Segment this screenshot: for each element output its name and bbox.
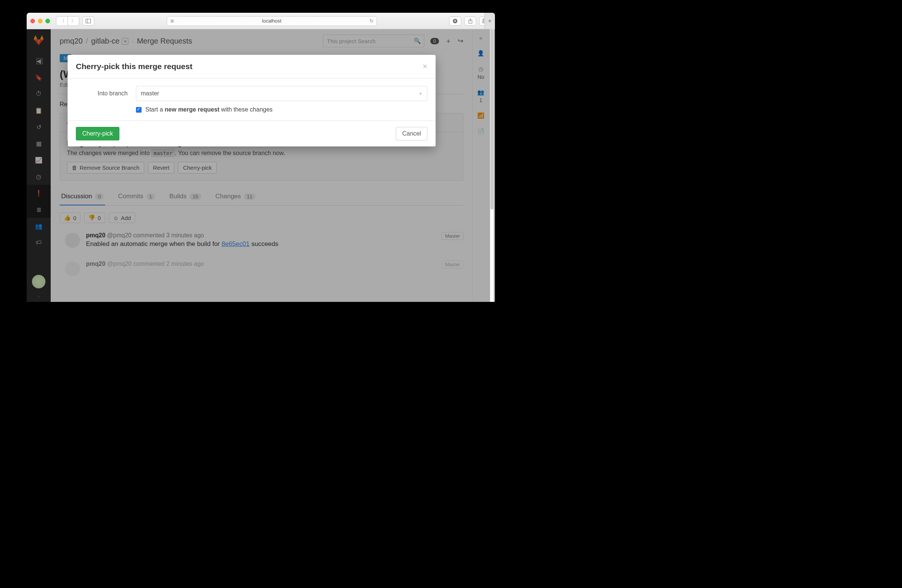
start-new-mr-label[interactable]: Start a new merge request with these cha… — [145, 106, 272, 113]
close-window-icon[interactable] — [30, 19, 35, 23]
branch-select-value: master — [141, 90, 159, 97]
new-tab-button[interactable]: + — [484, 13, 495, 29]
browser-toolbar: 〈 〉 ⊕ localhost ↻ + — [27, 13, 495, 29]
downloads-button[interactable] — [449, 17, 461, 25]
cherry-pick-submit-button[interactable]: Cherry-pick — [76, 127, 119, 141]
scrollbar-track[interactable] — [490, 29, 494, 302]
address-text: localhost — [262, 18, 281, 23]
share-button[interactable] — [464, 17, 476, 25]
cancel-button[interactable]: Cancel — [396, 127, 428, 141]
site-settings-icon[interactable]: ⊕ — [170, 18, 174, 23]
svg-rect-0 — [86, 19, 91, 23]
traffic-lights — [30, 19, 50, 23]
into-branch-label: Into branch — [76, 90, 128, 97]
maximize-window-icon[interactable] — [45, 19, 50, 23]
branch-select[interactable]: master ▼ — [136, 86, 428, 101]
scrollbar-thumb[interactable] — [490, 29, 493, 210]
address-bar[interactable]: ⊕ localhost ↻ — [167, 16, 377, 26]
modal-title: Cherry-pick this merge request — [76, 62, 192, 71]
sidebar-toggle-button[interactable] — [82, 17, 94, 25]
forward-button[interactable]: 〉 — [67, 17, 79, 25]
back-button[interactable]: 〈 — [56, 17, 67, 25]
reload-icon[interactable]: ↻ — [370, 18, 374, 23]
minimize-window-icon[interactable] — [38, 19, 42, 23]
start-new-mr-checkbox[interactable] — [136, 107, 142, 113]
chevron-down-icon: ▼ — [419, 92, 423, 96]
cherry-pick-modal: Cherry-pick this merge request × Into br… — [67, 55, 435, 147]
close-icon[interactable]: × — [423, 62, 428, 71]
